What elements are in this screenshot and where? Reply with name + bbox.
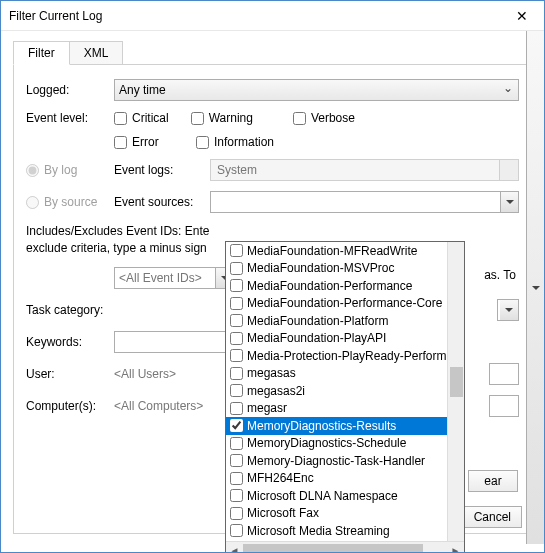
list-item[interactable]: Microsoft Media Streaming [226,522,464,540]
event-logs-label: Event logs: [114,163,210,177]
scrollbar-thumb[interactable] [450,367,463,397]
user-field[interactable]: <All Users> [114,367,234,381]
list-item[interactable]: MFH264Enc [226,470,464,488]
list-item[interactable]: megasas [226,365,464,383]
dialog-window: Filter Current Log ✕ Filter XML Logged: … [0,0,545,553]
list-item-checkbox[interactable] [230,489,243,502]
list-item[interactable]: Memory-Diagnostic-Task-Handler [226,452,464,470]
tab-filter[interactable]: Filter [13,41,70,65]
list-item-checkbox[interactable] [230,332,243,345]
information-checkbox[interactable]: Information [196,135,274,149]
warning-checkbox[interactable]: Warning [191,111,253,125]
list-item-checkbox[interactable] [230,384,243,397]
titlebar: Filter Current Log ✕ [1,1,544,31]
list-item-checkbox[interactable] [230,244,243,257]
by-source-radio: By source [26,195,114,209]
chevron-down-icon[interactable] [500,192,518,212]
computers-label: Computer(s): [26,399,114,413]
close-icon[interactable]: ✕ [499,1,544,30]
list-item-checkbox[interactable] [230,472,243,485]
event-sources-listbox[interactable]: MediaFoundation-MFReadWriteMediaFoundati… [225,241,465,553]
list-item-checkbox[interactable] [230,402,243,415]
chevron-down-icon[interactable] [526,31,544,544]
list-item[interactable]: Microsoft Fax [226,505,464,523]
list-item-label: Memory-Diagnostic-Task-Handler [247,454,425,468]
list-item-checkbox[interactable] [230,524,243,537]
horizontal-scrollbar[interactable]: ◄ ► [226,541,464,553]
list-item[interactable]: MediaFoundation-Performance-Core [226,295,464,313]
window-title: Filter Current Log [9,9,102,23]
verbose-checkbox[interactable]: Verbose [293,111,355,125]
list-item-checkbox[interactable] [230,314,243,327]
list-item[interactable]: MediaFoundation-PlayAPI [226,330,464,348]
by-log-radio: By log [26,163,114,177]
include-exclude-description-end: as. To [484,268,516,282]
tab-xml[interactable]: XML [70,41,124,65]
list-item-checkbox[interactable] [230,507,243,520]
list-item-checkbox[interactable] [230,349,243,362]
logged-label: Logged: [26,83,114,97]
user-label: User: [26,367,114,381]
list-item-label: Microsoft Fax [247,506,319,520]
dialog-content: Filter XML Logged: Any time Event level: [1,31,544,544]
task-category-dd-button[interactable] [497,299,519,321]
list-item[interactable]: MediaFoundation-MSVProc [226,260,464,278]
scrollbar-thumb[interactable] [243,544,423,553]
event-level-label: Event level: [26,111,114,125]
list-item-label: MemoryDiagnostics-Results [247,419,396,433]
event-sources-label: Event sources: [114,195,210,209]
list-item[interactable]: megasr [226,400,464,418]
critical-checkbox[interactable]: Critical [114,111,169,125]
event-ids-field[interactable]: <All Event IDs> [114,267,234,289]
list-item-label: megasas [247,366,296,380]
list-item-label: MemoryDiagnostics-Schedule [247,436,406,450]
list-item[interactable]: MediaFoundation-MFReadWrite [226,242,464,260]
error-checkbox[interactable]: Error [114,135,174,149]
scroll-left-icon[interactable]: ◄ [226,542,243,554]
list-item[interactable]: MediaFoundation-Platform [226,312,464,330]
list-item-checkbox[interactable] [230,279,243,292]
event-logs-dropdown: System [210,159,519,181]
list-item-label: MediaFoundation-PlayAPI [247,331,386,345]
vertical-scrollbar[interactable] [447,242,464,541]
list-item-label: megasas2i [247,384,305,398]
user-extra-field[interactable] [489,363,519,385]
list-item-checkbox[interactable] [230,454,243,467]
logged-dropdown[interactable]: Any time [114,79,519,101]
computers-extra-field[interactable] [489,395,519,417]
list-item-checkbox[interactable] [230,419,243,432]
scroll-right-icon[interactable]: ► [447,542,464,554]
tab-strip: Filter XML [13,41,532,65]
list-item-label: Microsoft DLNA Namespace [247,489,398,503]
list-item[interactable]: MemoryDiagnostics-Results [226,417,464,435]
keywords-label: Keywords: [26,335,114,349]
list-item-checkbox[interactable] [230,437,243,450]
task-category-label: Task category: [26,303,114,317]
list-item-label: megasr [247,401,287,415]
list-item-label: MediaFoundation-MSVProc [247,261,394,275]
list-item[interactable]: Media-Protection-PlayReady-Performance [226,347,464,365]
list-item[interactable]: MediaFoundation-Performance [226,277,464,295]
list-item-checkbox[interactable] [230,262,243,275]
keywords-field[interactable] [114,331,234,353]
event-sources-dropdown[interactable] [210,191,519,213]
list-item-checkbox[interactable] [230,297,243,310]
list-item-label: MediaFoundation-Platform [247,314,388,328]
computers-field[interactable]: <All Computers> [114,399,234,413]
list-item-label: Media-Protection-PlayReady-Performance [247,349,464,363]
list-item[interactable]: megasas2i [226,382,464,400]
list-item-label: MediaFoundation-MFReadWrite [247,244,418,258]
list-item[interactable]: MemoryDiagnostics-Schedule [226,435,464,453]
cancel-button[interactable]: Cancel [463,506,522,528]
list-item[interactable]: Microsoft DLNA Namespace [226,487,464,505]
clear-button[interactable]: ear [468,470,518,492]
list-item-label: MFH264Enc [247,471,314,485]
list-item-checkbox[interactable] [230,367,243,380]
list-item-label: MediaFoundation-Performance [247,279,412,293]
list-item-label: Microsoft Media Streaming [247,524,390,538]
list-item-label: MediaFoundation-Performance-Core [247,296,442,310]
